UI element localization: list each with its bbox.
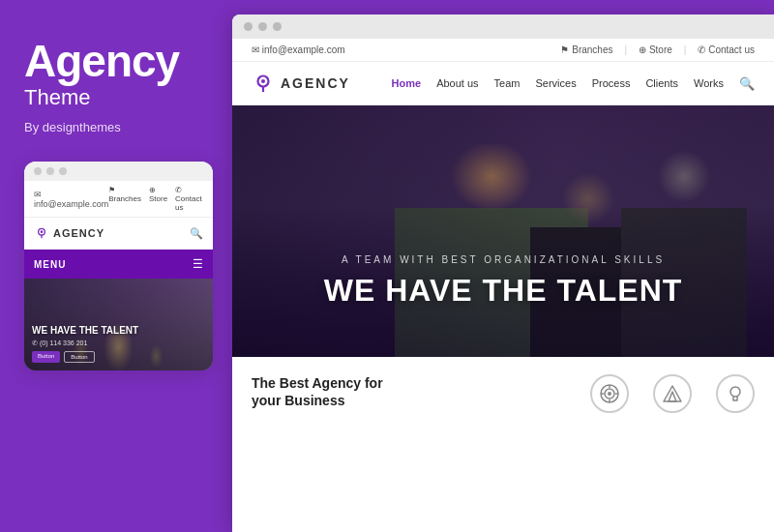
feature-circle-2 (653, 374, 692, 413)
title-text: Agency (24, 39, 208, 83)
nav-search-icon[interactable]: 🔍 (739, 76, 755, 91)
mobile-hero-title: WE HAVE THE TALENT (32, 325, 138, 337)
desktop-topbar: ✉ info@example.com ⚑ Branches | ⊕ Store … (232, 39, 774, 62)
feature-icon-1 (590, 374, 629, 413)
desktop-bottom-section: The Best Agency foryour Business (232, 357, 774, 532)
mobile-logo-icon (34, 225, 49, 241)
mobile-hamburger-icon[interactable]: ☰ (193, 257, 203, 271)
feature-circle-1 (590, 374, 629, 413)
mobile-hero: WE HAVE THE TALENT ✆ (0) 114 336 201 But… (24, 279, 213, 370)
bottom-agency-text: The Best Agency foryour Business (252, 374, 571, 409)
topbar-sep-1: | (625, 44, 628, 55)
mountain-icon (662, 383, 683, 404)
mobile-topbar: ✉ info@example.com ⚑ Branches ⊕ Store ✆ … (24, 181, 213, 218)
svg-point-4 (261, 79, 265, 83)
nav-clients[interactable]: Clients (645, 77, 678, 89)
topbar-sep-2: | (684, 44, 687, 55)
desktop-hero: A TEAM WITH BEST ORGANIZATIONAL SKILLS W… (232, 105, 774, 357)
svg-marker-14 (669, 392, 676, 401)
browser-toolbar (232, 15, 774, 39)
desktop-contact[interactable]: ✆ Contact us (698, 44, 755, 55)
desktop-nav-menu: Home About us Team Services Process Clie… (392, 76, 755, 91)
target-icon (599, 383, 620, 404)
mobile-topbar-links: ⚑ Branches ⊕ Store ✆ Contact us (108, 186, 203, 212)
mobile-logo: AGENCY (34, 225, 104, 241)
nav-services[interactable]: Services (535, 77, 576, 89)
dot-3 (59, 167, 67, 175)
desktop-logo: AGENCY (252, 72, 350, 95)
mobile-search-icon[interactable]: 🔍 (190, 227, 203, 240)
nav-home[interactable]: Home (392, 77, 422, 89)
lightbulb-icon (725, 383, 746, 404)
left-sidebar: Agency Theme By designthemes ✉ info@exam… (0, 0, 232, 532)
feature-circle-3 (716, 374, 755, 413)
bottom-heading: The Best Agency foryour Business (252, 374, 571, 409)
nav-team[interactable]: Team (494, 77, 521, 89)
mobile-btn-2[interactable]: Button (64, 351, 94, 363)
theme-title: Agency Theme By designthemes (24, 39, 208, 134)
mobile-contact: ✆ Contact us (175, 186, 203, 212)
browser-dot-1 (244, 22, 253, 31)
hero-gradient-overlay (232, 105, 774, 357)
dot-2 (46, 167, 54, 175)
desktop-branches[interactable]: ⚑ Branches (560, 44, 612, 55)
mobile-branches: ⚑ Branches (108, 186, 141, 212)
mobile-logo-text: AGENCY (53, 227, 104, 239)
dot-1 (34, 167, 42, 175)
desktop-logo-icon (252, 72, 275, 95)
mobile-nav: AGENCY 🔍 (24, 218, 213, 250)
mobile-browser-dots (24, 162, 213, 181)
mobile-email: ✉ info@example.com (34, 190, 108, 209)
nav-about[interactable]: About us (436, 77, 478, 89)
mobile-preview-card: ✉ info@example.com ⚑ Branches ⊕ Store ✆ … (24, 162, 213, 370)
mobile-btn-1[interactable]: Button (32, 351, 60, 363)
hero-subtitle: A TEAM WITH BEST ORGANIZATIONAL SKILLS (271, 254, 735, 265)
mobile-hero-phone: ✆ (0) 114 336 201 (32, 340, 138, 347)
feature-icon-2 (653, 374, 692, 413)
desktop-email: ✉ info@example.com (252, 44, 345, 55)
hero-title: WE HAVE THE TALENT (271, 273, 735, 309)
svg-point-8 (608, 392, 611, 396)
desktop-store[interactable]: ⊕ Store (639, 44, 672, 55)
author-text: By designthemes (24, 120, 208, 134)
nav-works[interactable]: Works (694, 77, 724, 89)
subtitle-text: Theme (24, 85, 208, 110)
svg-point-15 (730, 387, 740, 397)
mobile-menu-label: MENU (34, 259, 66, 270)
mobile-store: ⊕ Store (149, 186, 167, 212)
browser-dot-2 (258, 22, 267, 31)
svg-point-1 (41, 230, 44, 233)
bottom-feature-icons (590, 374, 755, 413)
desktop-nav: AGENCY Home About us Team Services Proce… (232, 62, 774, 105)
mobile-menu-bar: MENU ☰ (24, 250, 213, 279)
nav-process[interactable]: Process (592, 77, 631, 89)
browser-dot-3 (273, 22, 282, 31)
hero-content: A TEAM WITH BEST ORGANIZATIONAL SKILLS W… (232, 254, 774, 309)
desktop-topbar-links: ⚑ Branches | ⊕ Store | ✆ Contact us (560, 44, 755, 55)
mobile-hero-content: WE HAVE THE TALENT ✆ (0) 114 336 201 But… (32, 325, 138, 363)
feature-icon-3 (716, 374, 755, 413)
desktop-preview-panel: ✉ info@example.com ⚑ Branches | ⊕ Store … (232, 15, 774, 532)
mobile-hero-buttons: Button Button (32, 351, 138, 363)
desktop-logo-text: AGENCY (281, 75, 350, 91)
